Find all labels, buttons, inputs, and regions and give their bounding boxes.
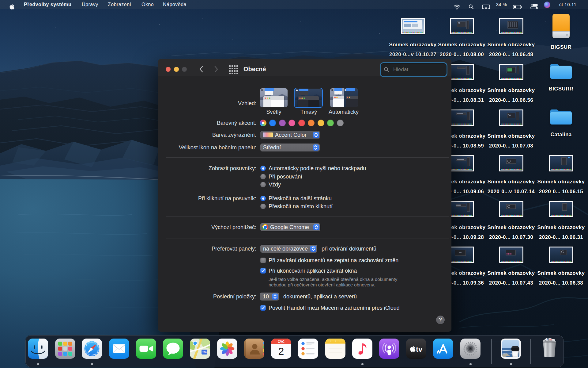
svg-text:ČVC: ČVC: [278, 340, 285, 343]
svg-text:tv: tv: [416, 345, 423, 353]
svg-text:2: 2: [278, 345, 284, 357]
svg-text:280: 280: [202, 351, 206, 354]
